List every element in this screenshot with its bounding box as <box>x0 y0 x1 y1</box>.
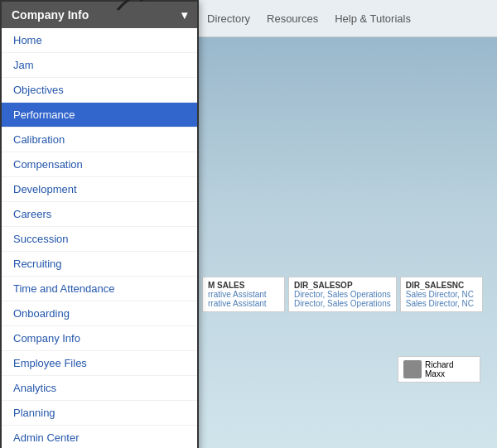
dropdown-item-company-info[interactable]: Company Info <box>2 326 197 351</box>
dropdown-item-planning[interactable]: Planning <box>2 401 197 426</box>
org-card-sub2-0: rrative Assistant <box>208 299 279 308</box>
top-nav-items: Directory Resources Help & Tutorials <box>207 12 411 25</box>
nav-item-help-tutorials[interactable]: Help & Tutorials <box>335 12 411 25</box>
arrow-graphic <box>109 0 159 12</box>
dropdown-header[interactable]: Company Info ▾ <box>2 2 197 28</box>
org-chart-area <box>199 37 497 448</box>
avatar <box>403 360 422 378</box>
org-card-sub1-1: Director, Sales Operations <box>294 290 391 299</box>
org-card-title-1: DIR_SALESOP <box>294 281 391 290</box>
dropdown-menu-container: Company Info ▾ HomeJamObjectivesPerforma… <box>0 0 199 448</box>
org-cards-row: M SALES rrative Assistant rrative Assist… <box>199 273 497 316</box>
org-card-sub2-1: Director, Sales Operations <box>294 299 391 308</box>
dropdown-item-time-attendance[interactable]: Time and Attendance <box>2 277 197 301</box>
dropdown-arrow-icon: ▾ <box>181 8 187 22</box>
dropdown-item-recruiting[interactable]: Recruiting <box>2 252 197 277</box>
org-card-title-2: DIR_SALESNC <box>406 281 477 290</box>
dropdown-item-employee-files[interactable]: Employee Files <box>2 351 197 376</box>
dropdown-item-succession[interactable]: Succession <box>2 227 197 252</box>
org-card-bottom-name1: Richard <box>425 360 453 369</box>
dropdown-item-compensation[interactable]: Compensation <box>2 152 197 177</box>
dropdown-item-performance[interactable]: Performance <box>2 103 197 128</box>
dropdown-item-calibration[interactable]: Calibration <box>2 128 197 152</box>
org-card-sub1-0: rrative Assistant <box>208 290 279 299</box>
org-card-title-0: M SALES <box>208 281 279 290</box>
org-card-dir-salesnc: DIR_SALESNC Sales Director, NC Sales Dir… <box>400 277 483 312</box>
org-card-m-sales: M SALES rrative Assistant rrative Assist… <box>202 277 285 312</box>
org-card-bottom: Richard Maxx <box>398 356 480 383</box>
dropdown-item-careers[interactable]: Careers <box>2 202 197 227</box>
dropdown-item-development[interactable]: Development <box>2 177 197 202</box>
dropdown-item-home[interactable]: Home <box>2 28 197 53</box>
dropdown-item-analytics[interactable]: Analytics <box>2 376 197 401</box>
nav-item-resources[interactable]: Resources <box>267 12 318 25</box>
dropdown-item-admin-center[interactable]: Admin Center <box>2 426 197 448</box>
org-card-dir-salesop: DIR_SALESOP Director, Sales Operations D… <box>288 277 397 312</box>
dropdown-item-onboarding[interactable]: Onboarding <box>2 301 197 326</box>
org-card-sub1-2: Sales Director, NC <box>406 290 477 299</box>
dropdown-header-label: Company Info <box>12 8 89 22</box>
dropdown-item-objectives[interactable]: Objectives <box>2 78 197 103</box>
org-card-sub2-2: Sales Director, NC <box>406 299 477 308</box>
org-card-bottom-name2: Maxx <box>425 369 453 378</box>
dropdown-item-jam[interactable]: Jam <box>2 53 197 78</box>
dropdown-menu-list: HomeJamObjectivesPerformanceCalibrationC… <box>2 28 197 448</box>
nav-item-directory[interactable]: Directory <box>207 12 250 25</box>
org-card-bottom-names: Richard Maxx <box>425 360 453 378</box>
